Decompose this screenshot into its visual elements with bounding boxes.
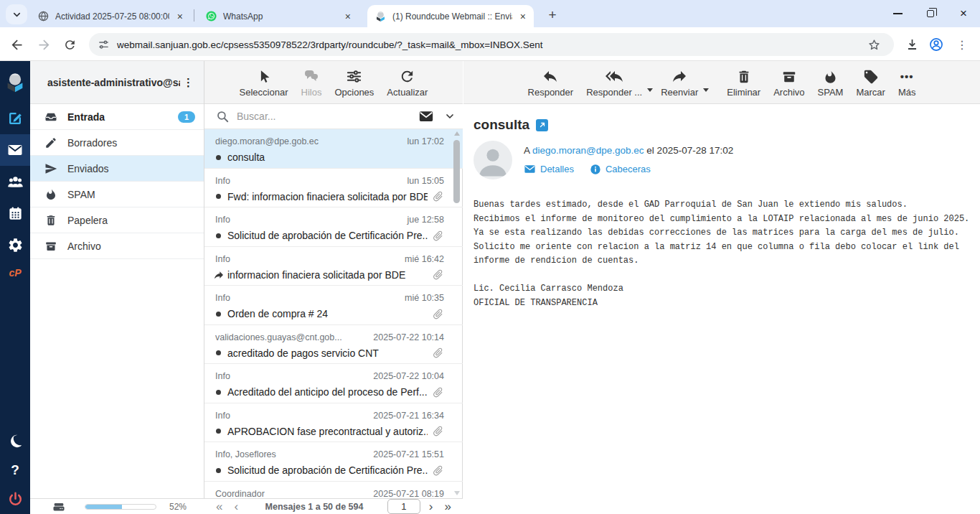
scrollbar-thumb[interactable] [453, 140, 460, 203]
tab-title: WhatsApp [223, 11, 337, 22]
browser-menu-icon[interactable]: ⋮ [953, 35, 971, 54]
scroll-up-arrow-icon[interactable] [454, 131, 460, 136]
spam-button[interactable]: SPAM [811, 67, 850, 98]
unread-dot-icon [216, 233, 221, 238]
message-row[interactable]: Infomié 16:42 informacion finaciera soli… [204, 247, 463, 286]
site-settings-icon[interactable] [98, 39, 110, 51]
pencil-icon [44, 136, 57, 149]
message-row[interactable]: validaciones.guayas@cnt.gob...2025-07-22… [204, 325, 463, 365]
sender-avatar [473, 141, 512, 179]
dark-mode-moon-icon[interactable] [0, 425, 30, 457]
globe-icon [37, 10, 50, 22]
help-icon[interactable]: ? [0, 457, 30, 484]
open-in-new-window-icon[interactable] [536, 119, 548, 131]
attachment-icon [429, 383, 446, 401]
threads-button[interactable]: Hilos [295, 67, 329, 98]
message-row[interactable]: Info2025-07-22 10:04 Acreditado del anti… [204, 364, 463, 403]
attachment-icon [429, 266, 446, 283]
browser-tab-roundcube[interactable]: (1) Roundcube Webmail :: Envia × [367, 5, 534, 27]
reply-button[interactable]: Responder [522, 67, 580, 98]
last-page-icon[interactable]: » [439, 500, 457, 513]
more-button[interactable]: ••• Más [892, 67, 923, 98]
headers-link[interactable]: Cabeceras [590, 164, 651, 175]
reply-all-dropdown-icon[interactable] [647, 88, 653, 92]
bookmark-star-icon[interactable] [867, 38, 881, 52]
reply-all-button[interactable]: Responder ... [580, 67, 649, 98]
close-tab-icon[interactable]: × [518, 11, 528, 22]
forward-dropdown-icon[interactable] [703, 88, 709, 92]
folder-archivo[interactable]: Archivo [30, 233, 204, 259]
pagination-bar: « ‹ Mensajes 1 a 50 de 594 › » [204, 498, 463, 514]
delete-button[interactable]: Eliminar [720, 67, 767, 98]
flame-icon [44, 188, 57, 201]
contacts-icon[interactable] [0, 166, 30, 197]
first-page-icon[interactable]: « [210, 500, 228, 513]
message-row[interactable]: Infojue 12:58 Solicitud de aprobación de… [204, 207, 463, 247]
address-bar[interactable]: webmail.sanjuan.gob.ec/cpsess5350978522/… [89, 33, 894, 56]
roundcube-logo[interactable] [4, 61, 27, 103]
next-page-icon[interactable]: › [423, 500, 439, 513]
list-toolbar: Seleccionar Hilos Opciones Actualizar [204, 61, 463, 104]
browser-tab-whatsapp[interactable]: WhatsApp × [198, 5, 359, 27]
message-row[interactable]: Info, Joseflores2025-07-21 15:51 Solicit… [204, 442, 463, 482]
message-row[interactable]: Coordinador2025-07-21 08:19 [204, 482, 463, 499]
window-minimize-button[interactable] [881, 0, 914, 27]
message-list-panel: Seleccionar Hilos Opciones Actualizar [204, 61, 463, 514]
details-link[interactable]: Detalles [524, 163, 574, 175]
calendar-icon[interactable] [0, 197, 30, 229]
recipient-email-link[interactable]: diego.moran@dpe.gob.ec [532, 145, 644, 156]
tab-search-button[interactable] [6, 4, 27, 24]
search-options-chevron-icon[interactable] [444, 111, 456, 122]
attachment-icon [429, 462, 446, 479]
refresh-button[interactable]: Actualizar [380, 67, 434, 98]
trash-icon [44, 214, 57, 227]
account-header: asistente-administrativo@sa... ⋮ [30, 61, 204, 104]
search-scope-envelope-icon[interactable] [418, 108, 434, 124]
browser-tab-actividad[interactable]: Actividad 2025-07-25 08:00:00 × [30, 5, 191, 27]
mail-icon[interactable] [0, 134, 30, 166]
quota-row: 52% [30, 498, 204, 514]
unread-count-badge: 1 [178, 111, 195, 123]
new-tab-button[interactable]: + [543, 6, 562, 24]
downloads-icon[interactable] [903, 35, 921, 54]
message-row[interactable]: Info2025-07-21 16:34 APROBACION fase pre… [204, 403, 463, 443]
folder-spam[interactable]: SPAM [30, 182, 204, 207]
forward-button[interactable]: Reenviar [654, 67, 705, 98]
message-row[interactable]: Infolun 15:05 Fwd: informacion finaciera… [204, 169, 463, 208]
logout-power-icon[interactable] [0, 484, 30, 514]
window-close-button[interactable]: × [947, 0, 980, 27]
message-row[interactable]: Infomié 10:35 Orden de compra # 24 [204, 286, 463, 325]
account-menu-icon[interactable]: ⋮ [180, 76, 197, 89]
list-scrollbar[interactable] [453, 131, 461, 495]
recipient-line: A diego.moran@dpe.gob.ec el 2025-07-28 1… [524, 145, 733, 156]
unread-dot-icon [216, 312, 221, 317]
mark-button[interactable]: Marcar [849, 67, 891, 98]
select-button[interactable]: Seleccionar [233, 67, 295, 98]
compose-icon[interactable] [0, 103, 30, 134]
close-tab-icon[interactable]: × [343, 11, 353, 22]
folder-enviados[interactable]: Enviados [30, 156, 204, 182]
forward-icon[interactable] [34, 35, 53, 54]
webmail-app: cP ? asistente-administrativo@sa... ⋮ En… [0, 61, 980, 514]
browser-toolbar: webmail.sanjuan.gob.ec/cpsess5350978522/… [0, 27, 980, 61]
cpanel-icon[interactable]: cP [0, 261, 30, 285]
close-tab-icon[interactable]: × [175, 11, 185, 22]
prev-page-icon[interactable]: ‹ [228, 500, 244, 513]
reload-icon[interactable] [60, 35, 79, 54]
folder-borradores[interactable]: Borradores [30, 130, 204, 156]
folder-entrada[interactable]: Entrada 1 [30, 104, 204, 130]
archive-button[interactable]: Archivo [767, 67, 811, 98]
url-text: webmail.sanjuan.gob.ec/cpsess5350978522/… [117, 39, 867, 50]
scroll-down-arrow-icon[interactable] [454, 491, 460, 495]
search-input[interactable] [237, 111, 418, 122]
back-icon[interactable] [7, 35, 26, 54]
options-button[interactable]: Opciones [328, 67, 380, 98]
unread-dot-icon [216, 390, 221, 395]
window-restore-button[interactable] [914, 0, 947, 27]
settings-gear-icon[interactable] [0, 229, 30, 261]
message-rows: diego.moran@dpe.gob.eclun 17:02 consulta… [204, 129, 463, 498]
profile-avatar-icon[interactable] [927, 35, 946, 54]
folder-papelera[interactable]: Papelera [30, 207, 204, 233]
message-row[interactable]: diego.moran@dpe.gob.eclun 17:02 consulta [204, 129, 463, 169]
page-number-input[interactable] [387, 499, 420, 514]
